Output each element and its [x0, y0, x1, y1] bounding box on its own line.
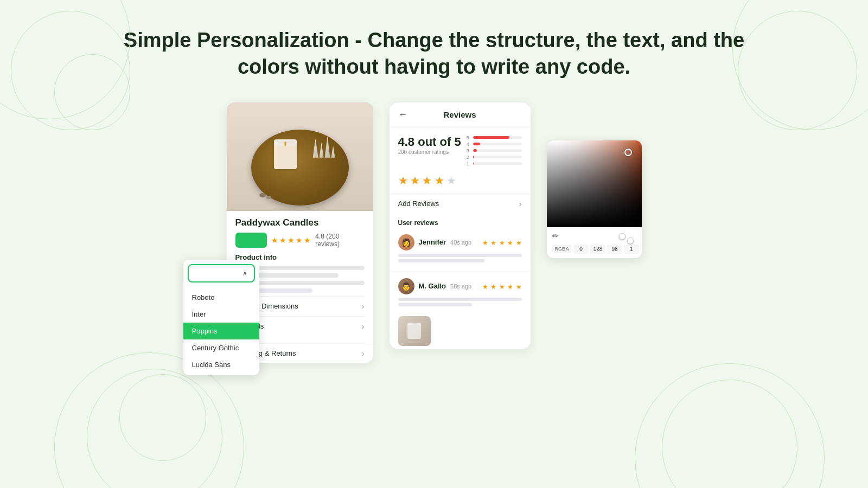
summary-star-5: ★ [446, 175, 456, 187]
color-picker-panel: ✏ RGBA 0 128 96 1 [547, 140, 642, 258]
star-2: ★ [279, 236, 286, 245]
product-name: Paddywax Candles [235, 217, 365, 228]
product-stars: ★ ★ ★ ★ ★ [271, 236, 311, 245]
add-reviews-label: Add Reviews [398, 200, 439, 208]
summary-stars: ★ ★ ★ ★ ★ [390, 172, 531, 194]
alpha-thumb[interactable] [627, 237, 634, 244]
add-to-cart-button[interactable] [235, 233, 267, 248]
review-item-jennifer: 👩 Jennifer 40s ago ★ ★ ★ ★ ★ [390, 230, 531, 269]
font-item-inter[interactable]: Inter [183, 306, 259, 323]
review-time-jennifer: 40s ago [450, 239, 471, 246]
rgba-mode-label[interactable]: RGBA [552, 245, 572, 253]
summary-star-4: ★ [435, 175, 444, 187]
reviews-header: ← Reviews [390, 102, 531, 127]
hue-thumb[interactable] [619, 233, 626, 240]
summary-star-3: ★ [422, 175, 432, 187]
star-5: ★ [304, 236, 311, 245]
rating-big: 4.8 out of 5 [398, 135, 461, 149]
pencil-icon[interactable]: ✏ [552, 232, 559, 240]
add-reviews-chevron: › [519, 200, 522, 208]
avatar-mgallo: 👨 [398, 278, 414, 294]
bar-label-1: 1 [467, 161, 471, 166]
rgba-b-input[interactable]: 96 [607, 245, 622, 254]
font-item-century-gothic[interactable]: Century Gothic [183, 339, 259, 356]
rating-subtitle: 200 customer ratings [398, 149, 461, 155]
font-item-roboto[interactable]: Roboto [183, 289, 259, 306]
product-rating-row: ★ ★ ★ ★ ★ 4.8 (200 reviews) [235, 233, 365, 248]
summary-star-1: ★ [398, 175, 408, 187]
page-title: Simple Personalization - Change the stru… [0, 0, 868, 97]
bar-label-4: 4 [467, 142, 471, 147]
user-reviews-label: User reviews [390, 214, 531, 230]
chevron-right-icon-3: › [362, 349, 365, 358]
product-image [227, 102, 373, 211]
avatar-jennifer: 👩 [398, 234, 414, 251]
chevron-right-icon-2: › [362, 322, 365, 331]
bar-label-3: 3 [467, 148, 471, 153]
font-dropdown-trigger[interactable]: ∧ [188, 264, 255, 282]
review-image [398, 316, 431, 346]
rating-bars: 5 4 3 2 1 [467, 135, 522, 168]
star-4: ★ [296, 236, 303, 245]
reviews-summary: 4.8 out of 5 200 customer ratings 5 4 3 … [390, 127, 531, 172]
rgba-r-input[interactable]: 0 [573, 245, 589, 254]
font-item-lucida-sans[interactable]: Lucida Sans [183, 356, 259, 373]
review-time-mgallo: 58s ago [450, 283, 471, 290]
reviews-panel: ← Reviews 4.8 out of 5 200 customer rati… [390, 102, 531, 349]
color-picker-dot[interactable] [624, 149, 632, 156]
chevron-right-icon: › [362, 302, 365, 311]
rgba-g-input[interactable]: 128 [590, 245, 605, 254]
product-rating-text: 4.8 (200 reviews) [315, 233, 364, 248]
star-3: ★ [288, 236, 295, 245]
color-controls: ✏ RGBA 0 128 96 1 [547, 227, 642, 258]
back-button[interactable]: ← [398, 109, 408, 120]
main-content: Paddywax Candles ★ ★ ★ ★ ★ 4.8 (200 revi… [0, 97, 868, 363]
rgba-a-input[interactable]: 1 [624, 245, 639, 254]
star-1: ★ [271, 236, 278, 245]
bar-label-2: 2 [467, 155, 471, 160]
product-card: Paddywax Candles ★ ★ ★ ★ ★ 4.8 (200 revi… [227, 102, 373, 363]
reviewer-name-jennifer: Jennifer [419, 238, 446, 246]
chevron-up-icon: ∧ [242, 269, 247, 277]
bar-label-5: 5 [467, 135, 471, 140]
add-reviews-row[interactable]: Add Reviews › [390, 194, 531, 214]
reviews-title: Reviews [443, 110, 476, 119]
rgba-inputs: RGBA 0 128 96 1 [552, 245, 636, 254]
font-item-poppins[interactable]: Poppins [183, 323, 259, 339]
summary-star-2: ★ [410, 175, 420, 187]
font-list: Roboto Inter Poppins Century Gothic Luci… [183, 287, 259, 375]
hue-slider-row: ✏ [552, 232, 636, 240]
review-stars-jennifer: ★ ★ ★ ★ ★ [482, 237, 522, 247]
color-canvas[interactable] [547, 140, 642, 227]
review-item-mgallo: 👨 M. Gallo 58s ago ★ ★ ★ ★ ★ [390, 274, 531, 313]
reviewer-name-mgallo: M. Gallo [419, 282, 446, 290]
review-stars-mgallo: ★ ★ ★ ★ ★ [482, 281, 522, 291]
font-dropdown[interactable]: ∧ Roboto Inter Poppins Century Gothic Lu… [183, 260, 259, 375]
